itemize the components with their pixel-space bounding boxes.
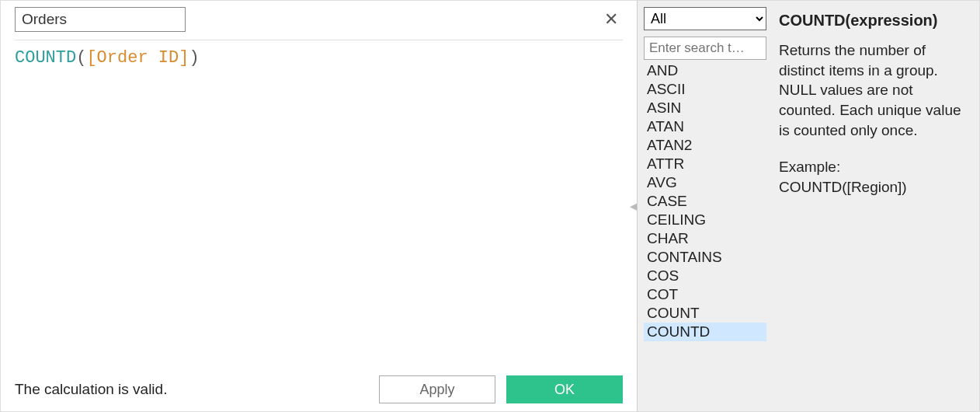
doc-description: Returns the number of distinct items in … xyxy=(779,40,968,140)
function-doc-pane: COUNTD(expression) Returns the number of… xyxy=(771,1,979,411)
function-item[interactable]: CASE xyxy=(644,192,766,211)
function-list[interactable]: ANDASCIIASINATANATAN2ATTRAVGCASECEILINGC… xyxy=(644,61,766,405)
function-item[interactable]: ASIN xyxy=(644,99,766,117)
editor-footer: The calculation is valid. Apply OK xyxy=(15,369,623,403)
function-item[interactable]: CEILING xyxy=(644,211,766,229)
close-icon[interactable]: ✕ xyxy=(599,8,623,31)
function-picker-pane: ◂ All ANDASCIIASINATANATAN2ATTRAVGCASECE… xyxy=(638,1,771,411)
formula-field-token: [Order ID] xyxy=(86,48,189,68)
formula-open-paren: ( xyxy=(76,48,86,68)
doc-example-label: Example: xyxy=(779,159,840,175)
function-search-input[interactable] xyxy=(644,37,766,60)
apply-button[interactable]: Apply xyxy=(379,375,495,403)
function-category-select[interactable]: All xyxy=(644,7,766,30)
dialog-buttons: Apply OK xyxy=(379,375,623,403)
doc-body: Returns the number of distinct items in … xyxy=(779,40,968,197)
validation-status: The calculation is valid. xyxy=(15,381,167,398)
function-item[interactable]: ATAN2 xyxy=(644,136,766,155)
formula-close-paren: ) xyxy=(189,48,199,68)
function-item[interactable]: ATAN xyxy=(644,117,766,136)
function-item[interactable]: CONTAINS xyxy=(644,248,766,267)
function-item[interactable]: ATTR xyxy=(644,155,766,173)
doc-heading: COUNTD(expression) xyxy=(779,12,968,30)
divider xyxy=(15,40,623,40)
function-item[interactable]: CHAR xyxy=(644,229,766,248)
ok-button[interactable]: OK xyxy=(506,375,623,403)
function-item[interactable]: COT xyxy=(644,285,766,304)
editor-pane: ✕ COUNTD([Order ID]) The calculation is … xyxy=(1,1,638,411)
function-item[interactable]: COUNTD xyxy=(644,323,766,341)
function-item[interactable]: COS xyxy=(644,267,766,285)
title-row: ✕ xyxy=(15,7,623,32)
formula-editor[interactable]: COUNTD([Order ID]) xyxy=(15,47,623,369)
function-item[interactable]: ASCII xyxy=(644,80,766,99)
doc-example: Example: COUNTD([Region]) xyxy=(779,157,968,197)
doc-example-code: COUNTD([Region]) xyxy=(779,179,907,195)
function-item[interactable]: COUNT xyxy=(644,304,766,323)
function-item[interactable]: AVG xyxy=(644,173,766,192)
calculated-field-dialog: ✕ COUNTD([Order ID]) The calculation is … xyxy=(0,0,980,412)
collapse-handle-icon[interactable]: ◂ xyxy=(630,197,637,215)
formula-function-token: COUNTD xyxy=(15,48,76,68)
calculation-name-input[interactable] xyxy=(15,7,186,32)
function-list-container: ANDASCIIASINATANATAN2ATTRAVGCASECEILINGC… xyxy=(644,61,766,405)
function-item[interactable]: AND xyxy=(644,61,766,80)
